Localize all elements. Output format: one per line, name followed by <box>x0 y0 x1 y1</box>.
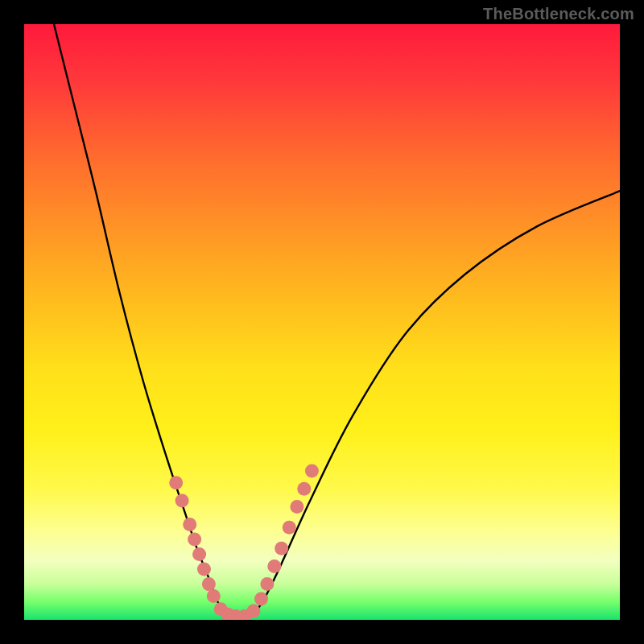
marker-dot <box>254 592 268 606</box>
marker-dot <box>207 589 221 603</box>
left-branch-curve <box>54 24 227 617</box>
valley-markers <box>169 464 319 621</box>
curve-svg <box>24 24 620 620</box>
marker-dot <box>290 500 303 514</box>
marker-dot <box>275 542 288 555</box>
marker-dot <box>188 533 201 547</box>
marker-dot <box>197 563 211 576</box>
marker-dot <box>183 518 196 531</box>
marker-dot <box>267 559 281 573</box>
watermark-text: TheBottleneck.com <box>483 5 634 23</box>
marker-dot <box>297 482 311 496</box>
marker-dot <box>246 604 260 617</box>
right-branch-curve <box>250 191 620 617</box>
marker-dot <box>202 577 216 591</box>
chart-frame: TheBottleneck.com <box>0 0 644 644</box>
marker-dot <box>260 577 274 591</box>
marker-dot <box>283 521 296 535</box>
marker-dot <box>305 464 319 478</box>
plot-area <box>24 24 620 620</box>
marker-dot <box>169 476 183 489</box>
marker-dot <box>175 494 189 508</box>
marker-dot <box>192 547 206 561</box>
